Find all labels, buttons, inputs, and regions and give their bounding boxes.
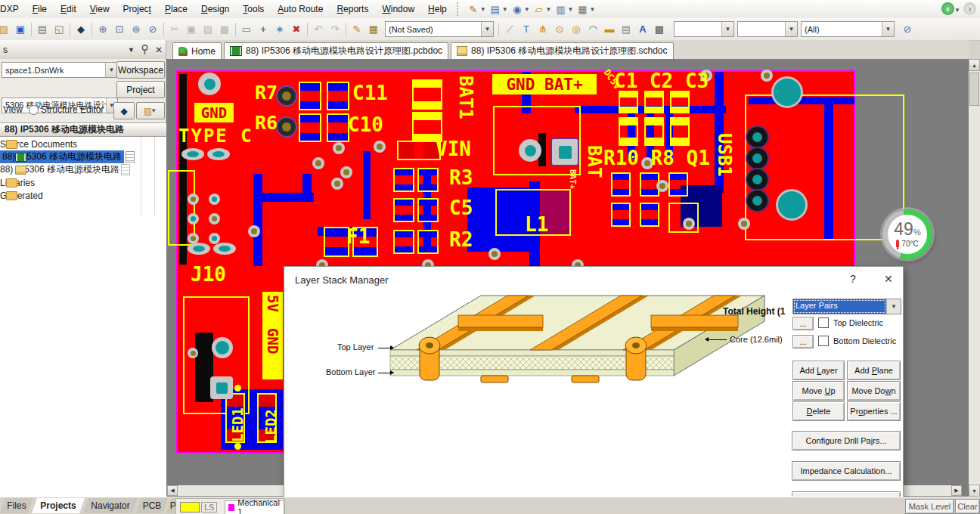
save-icon[interactable]: ▣ — [12, 21, 29, 38]
add-plane-button[interactable]: Add Plane — [847, 361, 901, 380]
clear-button[interactable]: Clear — [955, 499, 980, 514]
hscroll-track[interactable] — [904, 485, 951, 496]
panel-menu-icon[interactable]: ▼ — [128, 46, 135, 54]
zoom-selected-icon[interactable]: ⊛ — [128, 21, 144, 38]
vscroll[interactable]: ▲ ▼ — [969, 59, 980, 497]
close-icon[interactable]: ✕ — [155, 45, 163, 55]
menu-project[interactable]: Project — [116, 1, 158, 17]
hscroll-left-arrow[interactable]: ◀ — [167, 485, 178, 496]
top-dielectric-checkbox[interactable] — [818, 317, 829, 328]
menu-dxp[interactable]: DXP — [0, 1, 26, 17]
move-down-button[interactable]: Move Down — [847, 381, 901, 401]
filter-magnifier-icon[interactable]: ⊘ — [899, 21, 916, 38]
tab-pcbdoc[interactable]: 88) IP5306 移动电源模块电路设计原理图.pcbdoc — [224, 42, 448, 59]
configure-drill-pairs-button[interactable]: Configure Drill Pairs... — [792, 431, 901, 451]
impedance-calculation-button[interactable]: Impedance Calculation... — [792, 461, 901, 481]
hscroll-right-arrow[interactable]: ▶ — [951, 485, 962, 496]
filter-combo-2[interactable]: ▼ — [737, 21, 798, 37]
move-icon[interactable]: + — [255, 21, 271, 38]
panel-tab-pcb[interactable]: PCB — [136, 498, 168, 513]
3d-view-button[interactable]: ◆ — [113, 102, 135, 119]
fill-icon[interactable]: ▬ — [601, 21, 618, 38]
tree-item-generated[interactable]: Generated — [0, 189, 166, 202]
pin-icon[interactable] — [141, 45, 149, 54]
view-3d-icon[interactable]: ◆ — [73, 21, 89, 38]
pad-icon[interactable]: ⊙ — [551, 21, 568, 38]
panel-tab-files[interactable]: Files — [0, 498, 33, 513]
workspace-combo[interactable]: space1.DsnWrk ▼ — [2, 62, 118, 78]
vscroll-thumb[interactable] — [969, 73, 979, 106]
layer-sets-icon[interactable]: ▥ — [552, 1, 569, 17]
filter-combo-1[interactable]: ▼ — [674, 21, 734, 37]
active-layer-color-swatch[interactable] — [180, 502, 200, 512]
menu-place[interactable]: Place — [158, 1, 194, 17]
forward-button[interactable]: › — [963, 2, 976, 15]
delete-button[interactable]: Delete — [792, 401, 845, 421]
pencil-ruler-icon[interactable]: ✎ — [465, 1, 482, 17]
help-icon[interactable]: ? — [850, 273, 856, 285]
tab-home[interactable]: Home — [172, 42, 222, 59]
scope-combo[interactable]: (All) ▼ — [801, 21, 895, 37]
interactive-routing-icon[interactable]: ✎ — [349, 21, 365, 38]
copy-icon[interactable]: ▣ — [183, 21, 200, 38]
layer-pairs-combo[interactable]: Layer Pairs ▼ — [792, 299, 901, 314]
route-icon[interactable]: ⟋ — [501, 21, 518, 38]
paste-icon[interactable]: ▨ — [200, 21, 216, 38]
grid-icon[interactable]: ▦ — [574, 1, 591, 17]
clear-filter-icon[interactable]: ✖ — [288, 21, 305, 38]
zoom-area-icon[interactable]: ⊕ — [95, 21, 111, 38]
menu-auto-route[interactable]: Auto Route — [271, 1, 330, 17]
via-icon[interactable]: ◎ — [568, 21, 585, 38]
tree-item-libraries[interactable]: Libraries — [0, 176, 166, 189]
rearrange-icon[interactable]: ∗ — [271, 21, 288, 38]
redo-icon[interactable]: ↷ — [327, 21, 343, 38]
arc-icon[interactable]: ◠ — [585, 21, 601, 38]
tree-project-title[interactable]: 88) IP5306 移动电源模块电路 — [0, 123, 166, 137]
combo-dropdown-icon[interactable]: ▼ — [481, 22, 493, 36]
undo-icon[interactable]: ↶ — [310, 21, 327, 38]
open-icon[interactable]: ▨ — [0, 21, 12, 38]
menu-design[interactable]: Design — [194, 1, 236, 17]
close-icon[interactable]: ✕ — [884, 273, 893, 285]
properties-button[interactable]: Properties ... — [847, 401, 901, 421]
print-preview-icon[interactable]: ◱ — [51, 21, 67, 38]
zoom-filtered-icon[interactable]: ⊘ — [144, 21, 161, 38]
structure-editor-radio-label[interactable]: Structure Editor — [41, 104, 104, 115]
document-state-combo[interactable]: (Not Saved) ▼ — [385, 21, 494, 37]
paste-array-icon[interactable]: ▩ — [216, 21, 233, 38]
route-multi-icon[interactable]: ⋔ — [535, 21, 551, 38]
menu-view[interactable]: View — [83, 1, 116, 17]
bottom-dielectric-ellipsis-button[interactable]: ... — [792, 335, 814, 348]
tree-item-schdoc[interactable]: 88) IP5306 移动电源模块电路 — [0, 163, 166, 176]
menu-file[interactable]: File — [26, 1, 54, 17]
tree-item-pcbdoc[interactable]: 88) IP5306 移动电源模块电路 — [0, 150, 166, 163]
combo-dropdown-icon[interactable]: ▼ — [721, 22, 733, 36]
panel-tab-navigator[interactable]: Navigator — [83, 498, 138, 513]
string-icon[interactable]: A — [634, 21, 651, 38]
mask-level-button[interactable]: Mask Level — [905, 499, 954, 514]
add-layer-button[interactable]: Add Layer — [792, 361, 845, 380]
combo-dropdown-icon[interactable]: ▼ — [105, 63, 117, 77]
menu-tools[interactable]: Tools — [236, 1, 271, 17]
combo-dropdown-icon[interactable]: ▼ — [785, 22, 797, 36]
tree-item-source-documents[interactable]: Source Documents — [0, 138, 166, 150]
top-dielectric-ellipsis-button[interactable]: ... — [792, 317, 814, 330]
combo-dropdown-icon[interactable]: ▼ — [886, 299, 901, 314]
vscroll-up-arrow[interactable]: ▲ — [969, 59, 980, 71]
panel-tab-projects[interactable]: Projects — [32, 498, 85, 513]
menu-help[interactable]: Help — [421, 1, 454, 17]
zoom-document-icon[interactable]: ⊡ — [111, 21, 128, 38]
document-options-button[interactable]: ▨▼ — [136, 102, 165, 119]
measure-icon[interactable]: ▱ — [531, 1, 547, 17]
menu-reports[interactable]: Reports — [330, 1, 375, 17]
menu-edit[interactable]: Edit — [54, 1, 83, 17]
back-history-icon[interactable]: ▼ — [954, 7, 960, 14]
move-up-button[interactable]: Move Up — [792, 381, 845, 401]
combo-dropdown-icon[interactable]: ▼ — [882, 22, 894, 36]
hscroll-track[interactable] — [178, 485, 285, 496]
vscroll-down-arrow[interactable]: ▼ — [969, 485, 980, 497]
align-icon[interactable]: ▤ — [487, 1, 504, 17]
route-tee-icon[interactable]: T — [518, 21, 535, 38]
structure-editor-radio[interactable] — [29, 105, 39, 115]
tab-schdoc[interactable]: 88) IP5306 移动电源模块电路设计原理图.schdoc — [451, 42, 673, 59]
